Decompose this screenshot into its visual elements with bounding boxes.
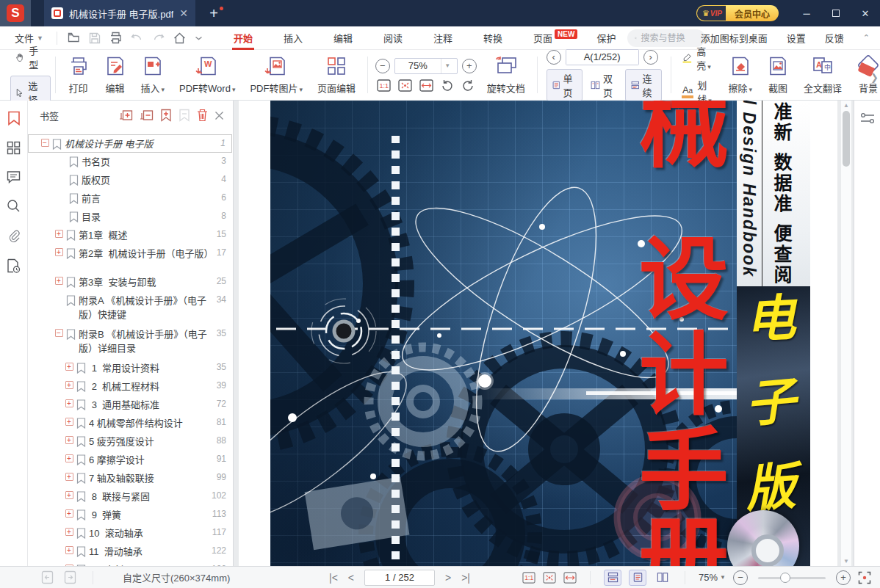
- bookmark-item[interactable]: 附录A 《机械设计手册》（电子版）快捷键34: [28, 291, 232, 325]
- bookmark-item[interactable]: +11 滑动轴承122: [28, 542, 232, 561]
- expand-icon[interactable]: +: [62, 561, 76, 566]
- hand-tool-button[interactable]: 手型: [10, 40, 51, 74]
- highlight-button[interactable]: 高亮: [679, 43, 718, 73]
- bookmark-item[interactable]: +10 滚动轴承117: [28, 524, 232, 542]
- bookmark-item[interactable]: 版权页4: [28, 171, 232, 189]
- tab-convert[interactable]: 转换: [476, 26, 510, 50]
- zoom-level-input[interactable]: [395, 60, 441, 71]
- bookmark-item[interactable]: +7 轴及轴毂联接99: [28, 469, 232, 487]
- expand-icon[interactable]: +: [62, 506, 76, 518]
- bookmark-item[interactable]: 书名页3: [28, 153, 232, 171]
- expand-icon[interactable]: +: [62, 524, 76, 536]
- continuous-mode-button[interactable]: 连续: [625, 69, 662, 101]
- search-panel-icon[interactable]: [7, 199, 21, 213]
- tab-read[interactable]: 阅读: [376, 26, 410, 50]
- search-input[interactable]: [641, 33, 698, 43]
- collapse-icon[interactable]: −: [37, 135, 52, 147]
- next-page-button[interactable]: ›: [643, 50, 658, 65]
- expand-icon[interactable]: +: [62, 396, 76, 407]
- bookmark-item[interactable]: +6 摩擦学设计91: [28, 451, 232, 469]
- zoom-slider-knob[interactable]: [780, 573, 790, 583]
- bookmark-item[interactable]: + 1 常用设计资料35: [28, 359, 232, 377]
- bookmark-item[interactable]: +第3章 安装与卸载25: [28, 273, 232, 291]
- fit-width-icon[interactable]: [419, 79, 433, 92]
- tab-protect[interactable]: 保护: [589, 26, 623, 50]
- history-panel-icon[interactable]: [7, 258, 21, 273]
- rotate-document-button[interactable]: 旋转文档: [480, 52, 533, 98]
- zoom-in-button[interactable]: +: [462, 59, 477, 73]
- page-number-input[interactable]: [566, 50, 638, 65]
- actual-size-icon[interactable]: 1:1: [522, 571, 535, 584]
- more-tools-icon[interactable]: [195, 35, 203, 41]
- thumbnails-panel-icon[interactable]: [7, 141, 21, 155]
- expand-icon[interactable]: +: [62, 451, 76, 462]
- zoom-slider[interactable]: [758, 573, 826, 583]
- document-tab[interactable]: 机械设计手册 电子版.pdf ✕: [44, 0, 195, 26]
- first-page-icon[interactable]: |<: [329, 572, 338, 584]
- next-view-icon[interactable]: [64, 570, 76, 584]
- print-quick-icon[interactable]: [109, 32, 122, 44]
- tab-comment[interactable]: 注释: [426, 26, 460, 50]
- open-file-icon[interactable]: [68, 32, 80, 44]
- collapse-ribbon-icon[interactable]: ⌃: [863, 33, 870, 43]
- bookmark-item[interactable]: + 2 机械工程材料39: [28, 377, 232, 396]
- expand-all-icon[interactable]: [119, 109, 133, 122]
- page-number-box[interactable]: [566, 49, 639, 65]
- save-icon[interactable]: [89, 32, 101, 44]
- bookmarks-panel-icon[interactable]: [7, 111, 21, 126]
- scrollbar-thumb[interactable]: [843, 111, 850, 167]
- zoom-dropdown-icon[interactable]: ▼: [441, 59, 454, 73]
- expand-icon[interactable]: +: [62, 414, 76, 426]
- two-page-mode-icon[interactable]: [654, 570, 671, 586]
- next-page-icon[interactable]: >: [445, 572, 451, 584]
- zoom-out-button[interactable]: −: [375, 59, 390, 73]
- translate-button[interactable]: A中 全文翻译: [796, 52, 849, 98]
- bookmark-item[interactable]: +4 机械零部件结构设计81: [28, 414, 232, 432]
- app-logo[interactable]: S: [0, 0, 31, 26]
- home-icon[interactable]: [173, 32, 186, 44]
- continuous-mode-icon[interactable]: [604, 570, 621, 586]
- pdf-to-image-button[interactable]: PDF转图片: [242, 52, 310, 98]
- settings-link[interactable]: 设置: [787, 31, 806, 45]
- single-page-mode-icon[interactable]: [629, 570, 646, 586]
- tab-page[interactable]: 页面NEW: [526, 26, 585, 50]
- page-display-input[interactable]: [364, 570, 435, 586]
- prev-page-button[interactable]: ‹: [547, 50, 561, 65]
- close-button[interactable]: ✕: [851, 0, 880, 26]
- tab-insert[interactable]: 插入: [276, 26, 310, 50]
- fullscreen-icon[interactable]: [858, 571, 871, 584]
- bookmark-item[interactable]: +第2章 机械设计手册（电子版）17: [28, 244, 232, 263]
- rotate-left-icon[interactable]: [441, 79, 454, 92]
- new-tab-button[interactable]: +: [206, 5, 222, 22]
- bookmark-item[interactable]: +5 疲劳强度设计88: [28, 432, 232, 451]
- collapse-all-icon[interactable]: [140, 109, 154, 122]
- expand-icon[interactable]: +: [62, 469, 76, 481]
- bookmark-item[interactable]: + 3 通用基础标准72: [28, 396, 232, 414]
- properties-toggle-icon[interactable]: [860, 112, 875, 124]
- pdf-to-word-button[interactable]: W PDF转Word: [172, 52, 242, 98]
- minimize-button[interactable]: ─: [792, 0, 821, 26]
- bookmark-item[interactable]: + 8 联接与紧固102: [28, 487, 232, 506]
- fit-page-icon[interactable]: [398, 79, 412, 92]
- tab-start[interactable]: 开始: [226, 26, 260, 50]
- comments-panel-icon[interactable]: [7, 170, 21, 184]
- delete-bookmark-icon[interactable]: [197, 109, 208, 122]
- expand-icon[interactable]: +: [62, 542, 76, 554]
- fit-page-icon[interactable]: [543, 571, 556, 584]
- expand-icon[interactable]: +: [51, 226, 66, 238]
- previous-view-icon[interactable]: [41, 570, 54, 584]
- edit-button[interactable]: 编辑: [97, 52, 134, 98]
- vip-member-button[interactable]: ♛VIP 会员中心: [696, 5, 779, 21]
- scroll-down-icon[interactable]: ▼: [841, 558, 851, 565]
- add-bookmark-icon[interactable]: [160, 109, 172, 122]
- bookmark-item[interactable]: + 9 弹簧113: [28, 506, 232, 524]
- bookmark-item[interactable]: 前言6: [28, 189, 232, 208]
- page-edit-button[interactable]: 页面编辑: [310, 52, 363, 98]
- undo-icon[interactable]: [131, 32, 143, 43]
- expand-icon[interactable]: +: [62, 432, 76, 444]
- tab-close-icon[interactable]: ✕: [179, 7, 188, 19]
- screenshot-button[interactable]: 截图: [760, 52, 796, 98]
- print-button[interactable]: 打印: [60, 52, 97, 98]
- fit-width-icon[interactable]: [563, 571, 577, 584]
- rotate-right-icon[interactable]: [461, 79, 475, 92]
